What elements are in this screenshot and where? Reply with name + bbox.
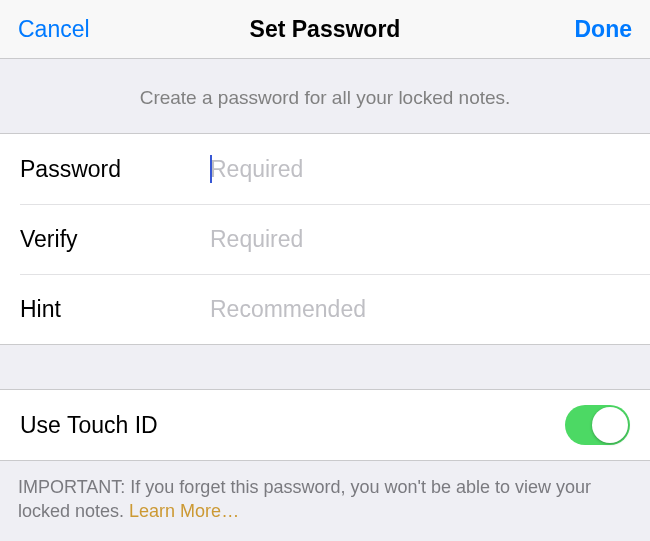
verify-label: Verify <box>20 226 210 253</box>
spacer <box>0 345 650 389</box>
touch-id-row: Use Touch ID <box>0 390 650 460</box>
footer-text: IMPORTANT: If you forget this password, … <box>18 477 591 521</box>
verify-input[interactable] <box>210 226 630 253</box>
done-button[interactable]: Done <box>575 16 633 43</box>
learn-more-link[interactable]: Learn More… <box>129 501 239 521</box>
touch-id-group: Use Touch ID <box>0 389 650 461</box>
page-title: Set Password <box>0 16 650 43</box>
section-header: Create a password for all your locked no… <box>0 59 650 133</box>
nav-bar: Cancel Set Password Done <box>0 0 650 59</box>
touch-id-label: Use Touch ID <box>20 412 158 439</box>
text-cursor-icon <box>210 155 212 183</box>
hint-row: Hint <box>0 274 650 344</box>
password-fields-group: Password Verify Hint <box>0 133 650 345</box>
password-row: Password <box>0 134 650 204</box>
hint-label: Hint <box>20 296 210 323</box>
hint-input[interactable] <box>210 296 630 323</box>
toggle-knob-icon <box>592 407 628 443</box>
footer-note: IMPORTANT: If you forget this password, … <box>0 461 650 541</box>
password-label: Password <box>20 156 210 183</box>
password-input[interactable] <box>210 156 630 183</box>
touch-id-toggle[interactable] <box>565 405 630 445</box>
verify-row: Verify <box>0 204 650 274</box>
cancel-button[interactable]: Cancel <box>18 16 90 43</box>
